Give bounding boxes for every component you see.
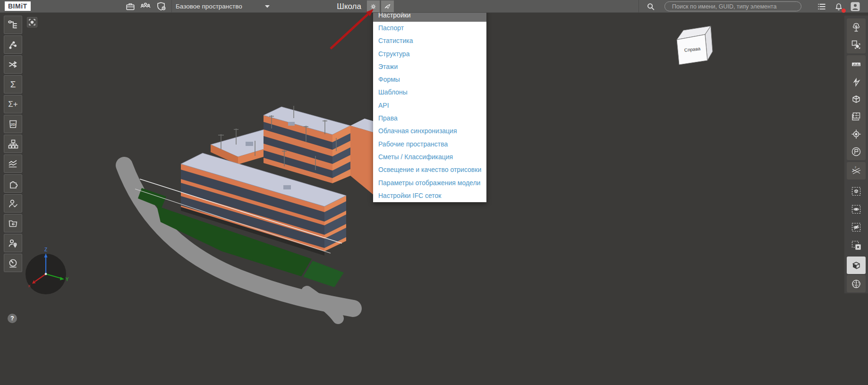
connections-button[interactable] bbox=[4, 35, 22, 54]
team-icon bbox=[140, 1, 151, 12]
menu-item-lighting-render-quality[interactable]: Освещение и качество отрисовки bbox=[373, 163, 486, 176]
team-button[interactable] bbox=[140, 1, 151, 12]
svg-text:1: 1 bbox=[852, 169, 854, 171]
shuffle-button[interactable] bbox=[4, 55, 22, 74]
tree-button[interactable] bbox=[847, 18, 866, 36]
sigma-plus-button[interactable]: Σ+ bbox=[4, 95, 22, 113]
hide-eye-icon bbox=[851, 222, 862, 233]
clear-selection-button[interactable] bbox=[847, 236, 866, 254]
org-chart-button[interactable] bbox=[4, 135, 22, 153]
settings-dropdown-menu: Настройки Паспорт Статистика Структура Э… bbox=[373, 9, 486, 202]
shared-folder-button[interactable] bbox=[4, 214, 22, 232]
view-cube[interactable]: Справа bbox=[677, 26, 713, 65]
user-pin-icon bbox=[8, 238, 19, 249]
menu-item-model-display-params[interactable]: Параметры отображения модели bbox=[373, 177, 486, 189]
menu-item-ifc-grids[interactable]: Настройки IFC сеток bbox=[373, 189, 486, 202]
tree-icon bbox=[851, 22, 862, 33]
locate-button[interactable] bbox=[847, 125, 866, 143]
section-sphere-icon bbox=[851, 278, 862, 290]
gauge-icon bbox=[8, 257, 19, 269]
menu-item-forms[interactable]: Формы bbox=[373, 73, 486, 86]
folder-share-icon bbox=[8, 218, 19, 229]
menu-item-floors[interactable]: Этажи bbox=[373, 60, 486, 73]
flash-button[interactable] bbox=[847, 73, 866, 90]
plugins-button[interactable] bbox=[4, 174, 22, 193]
select-objects-icon bbox=[851, 39, 862, 51]
view-2d-button[interactable]: 2D bbox=[4, 115, 22, 133]
user-check-button[interactable] bbox=[4, 194, 22, 213]
org-chart-icon bbox=[8, 138, 19, 150]
menu-item-rights[interactable]: Права bbox=[373, 112, 486, 125]
building-model bbox=[124, 106, 392, 318]
floorplan-icon bbox=[851, 111, 862, 122]
left-toolbar: Σ Σ+ 2D bbox=[0, 13, 26, 385]
focus-hexagon-icon bbox=[28, 18, 36, 26]
flash-icon bbox=[851, 76, 862, 87]
menu-item-cloud-sync[interactable]: Облачная синхронизация bbox=[373, 125, 486, 137]
measure-button[interactable] bbox=[847, 55, 866, 73]
flag-icon bbox=[851, 146, 862, 157]
axis-y-label: Y bbox=[66, 277, 69, 282]
puzzle-icon bbox=[8, 178, 19, 189]
project-title: Школа bbox=[309, 0, 361, 13]
share-button[interactable] bbox=[381, 0, 394, 12]
search-field-container bbox=[664, 1, 801, 11]
chevron-down-icon bbox=[265, 5, 270, 8]
menu-item-statistics[interactable]: Статистика bbox=[373, 34, 486, 47]
list-icon bbox=[817, 1, 827, 12]
ruler-icon bbox=[851, 59, 862, 70]
workspace-selector[interactable]: Базовое пространство bbox=[176, 0, 270, 13]
structure-tree-button[interactable] bbox=[4, 16, 22, 34]
settings-button[interactable] bbox=[367, 0, 380, 12]
clip-volume-button[interactable] bbox=[847, 257, 866, 274]
right-toolbar: 1 2 bbox=[844, 16, 868, 293]
menu-item-estimates-classification[interactable]: Сметы / Классификация bbox=[373, 151, 486, 163]
projects-button[interactable] bbox=[125, 1, 136, 12]
menu-item-workspaces[interactable]: Рабочие пространства bbox=[373, 138, 486, 151]
menu-item-passport[interactable]: Паспорт bbox=[373, 22, 486, 34]
user-location-button[interactable] bbox=[4, 234, 22, 252]
workspace-label: Базовое пространство bbox=[176, 3, 242, 10]
share-plane-icon bbox=[384, 2, 391, 11]
grid-axes-icon: 1 2 bbox=[851, 165, 862, 177]
floorplan-button[interactable] bbox=[847, 108, 866, 125]
user-profile-button[interactable] bbox=[850, 1, 861, 12]
bim-application: Справа Z Y X ? bbox=[0, 0, 868, 385]
menu-item-templates[interactable]: Шаблоны bbox=[373, 86, 486, 99]
sigma-button[interactable]: Σ bbox=[4, 75, 22, 94]
shield-history-icon bbox=[156, 1, 167, 12]
search-input[interactable] bbox=[671, 3, 795, 10]
flag-button[interactable] bbox=[847, 143, 866, 160]
app-logo: BIMiT bbox=[5, 1, 31, 11]
show-button[interactable] bbox=[847, 200, 866, 218]
topbar-divider-right bbox=[638, 0, 639, 13]
axis-z-label: Z bbox=[44, 247, 47, 252]
isolate-cube-icon bbox=[851, 186, 862, 197]
focus-selection-button[interactable] bbox=[27, 17, 37, 27]
search-button[interactable] bbox=[645, 1, 656, 12]
user-check-icon bbox=[8, 198, 19, 209]
locate-icon bbox=[851, 128, 862, 140]
protection-history-button[interactable] bbox=[156, 1, 167, 12]
axis-gizmo[interactable]: Z Y X bbox=[26, 247, 69, 294]
element-list-button[interactable] bbox=[816, 1, 827, 12]
top-bar: BIMiT Базовое пространство bbox=[0, 0, 868, 13]
svg-text:2: 2 bbox=[855, 166, 856, 169]
notifications-button[interactable] bbox=[833, 1, 844, 12]
isolate-button[interactable] bbox=[847, 182, 866, 200]
menu-item-structure[interactable]: Структура bbox=[373, 48, 486, 60]
grid-axes-button[interactable]: 1 2 bbox=[847, 162, 866, 180]
section-cube-button[interactable] bbox=[847, 90, 866, 108]
menu-item-api[interactable]: API bbox=[373, 99, 486, 112]
charts-button[interactable] bbox=[4, 154, 22, 173]
clear-selection-icon bbox=[851, 240, 862, 251]
settings-gear-icon bbox=[370, 2, 377, 11]
hide-button[interactable] bbox=[847, 218, 866, 236]
select-objects-button[interactable] bbox=[847, 36, 866, 53]
dashboard-button[interactable] bbox=[4, 254, 22, 272]
section-sphere-button[interactable] bbox=[847, 275, 866, 292]
shuffle-icon bbox=[8, 59, 19, 70]
line-chart-icon bbox=[8, 158, 19, 170]
search-icon bbox=[646, 1, 656, 12]
notification-badge bbox=[842, 9, 846, 13]
